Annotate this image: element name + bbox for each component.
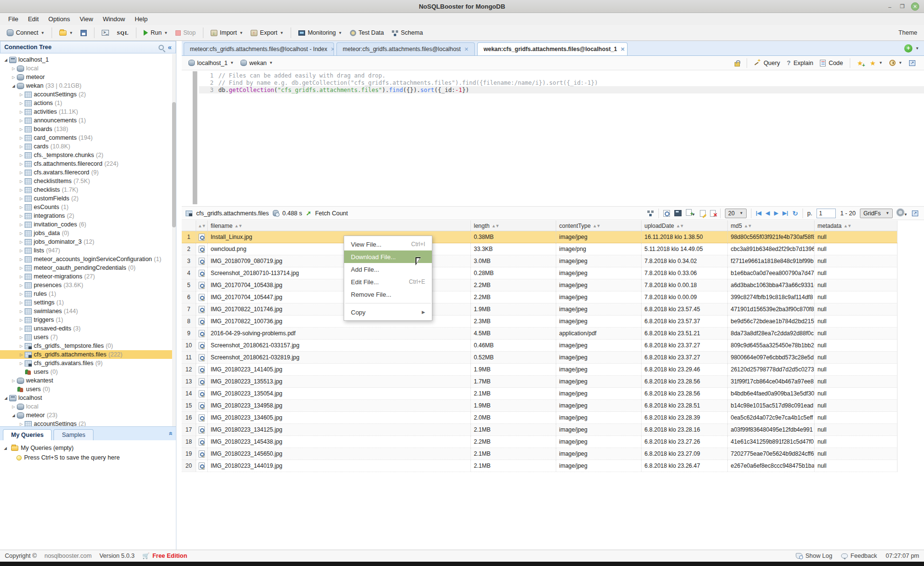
row-preview-cell[interactable] bbox=[196, 243, 208, 255]
tree-item-meteor-migrations[interactable]: ▷meteor-migrations(27) bbox=[0, 272, 172, 281]
close-tab-icon[interactable]: ✕ bbox=[464, 46, 469, 53]
expand-icon[interactable]: ▷ bbox=[18, 344, 24, 348]
expander-icon[interactable]: ◢ bbox=[4, 446, 9, 450]
expand-icon[interactable]: ▷ bbox=[18, 301, 24, 305]
collapse-icon[interactable]: ◢ bbox=[11, 84, 16, 88]
expand-icon[interactable]: ▷ bbox=[18, 422, 24, 426]
collapse-icon[interactable]: ◢ bbox=[3, 58, 9, 62]
tab-3[interactable]: wekan:cfs_gridfs.attachments.files@local… bbox=[477, 42, 628, 55]
menu-item-copy[interactable]: Copy▶ bbox=[344, 306, 432, 318]
query-builder-button[interactable]: Query bbox=[754, 60, 780, 66]
expand-icon[interactable]: ▷ bbox=[18, 205, 24, 210]
breadcrumb-connection[interactable]: localhost_1▼ bbox=[187, 59, 236, 67]
expand-icon[interactable]: ▷ bbox=[18, 153, 24, 158]
table-row[interactable]: 12IMG_20180223_141405.jpg1.9MBimage/jpeg… bbox=[182, 364, 897, 376]
editor-scrollbar[interactable] bbox=[192, 71, 198, 204]
free-edition-badge[interactable]: 🛒 Free Edition bbox=[142, 553, 187, 559]
schema-view-icon[interactable] bbox=[647, 210, 654, 216]
tree-item-cfs_gridfs.attachments.files[interactable]: ▷cfs_gridfs.attachments.files(222) bbox=[0, 350, 172, 359]
expand-icon[interactable]: ▷ bbox=[11, 75, 16, 79]
menu-edit[interactable]: Edit bbox=[24, 14, 43, 24]
table-row[interactable]: 6IMG_20170704_105447.jpg2.2MBimage/jpeg7… bbox=[182, 291, 897, 303]
menu-view[interactable]: View bbox=[75, 14, 97, 24]
header-contentType[interactable]: contentType▲▼ bbox=[556, 221, 642, 231]
row-preview-cell[interactable] bbox=[196, 291, 208, 303]
tree-item-meteor[interactable]: ▷meteor bbox=[0, 73, 172, 81]
tree-item-cards[interactable]: ▷cards(10.8K) bbox=[0, 142, 172, 151]
query-editor[interactable]: 1// Files can be added easily with drag … bbox=[182, 70, 924, 206]
table-row[interactable]: 15IMG_20180223_134958.jpg1.9MBimage/jpeg… bbox=[182, 400, 897, 412]
code-button[interactable]: Code bbox=[820, 60, 843, 66]
tree-item-card_comments[interactable]: ▷card_comments(194) bbox=[0, 133, 172, 142]
expand-icon[interactable]: ▷ bbox=[18, 92, 24, 97]
expand-icon[interactable]: ▷ bbox=[18, 214, 24, 218]
menu-help[interactable]: Help bbox=[130, 14, 152, 24]
expand-icon[interactable]: ▷ bbox=[18, 145, 24, 149]
first-page-button[interactable]: |◀ bbox=[756, 210, 762, 216]
chevron-down-icon[interactable]: ▼ bbox=[915, 46, 919, 51]
row-preview-cell[interactable] bbox=[196, 388, 208, 399]
expand-icon[interactable]: ▷ bbox=[18, 361, 24, 366]
close-tab-icon[interactable]: ✕ bbox=[620, 46, 625, 53]
tree-item-jobs_data[interactable]: ▷jobs_data(0) bbox=[0, 229, 172, 237]
tree-item-swimlanes[interactable]: ▷swimlanes(144) bbox=[0, 307, 172, 316]
menu-item-edit-file---[interactable]: Edit File...Ctrl+E bbox=[344, 276, 432, 288]
tree-item-wekan[interactable]: ◢wekan(33 | 0.21GB) bbox=[0, 81, 172, 90]
table-row[interactable]: 13IMG_20180223_135513.jpg1.7MBimage/jpeg… bbox=[182, 376, 897, 388]
delete-document-icon[interactable] bbox=[710, 210, 716, 217]
collapse-panel-icon[interactable]: « bbox=[168, 43, 172, 51]
page-input[interactable] bbox=[817, 209, 836, 218]
tree-item-accountSettings[interactable]: ▷accountSettings(2) bbox=[0, 90, 172, 99]
open-file-button[interactable]: ▼ bbox=[56, 28, 76, 38]
view-mode-select[interactable]: GridFs▼ bbox=[860, 209, 893, 218]
results-settings-button[interactable]: ▼ bbox=[897, 209, 908, 217]
table-row[interactable]: 19IMG_20180223_145650.jpg2.1MBimage/jpeg… bbox=[182, 448, 897, 460]
monitoring-button[interactable]: Monitoring▼ bbox=[295, 27, 345, 38]
tree-item-accountSettings[interactable]: ▷accountSettings(2) bbox=[0, 420, 172, 426]
tree-item-users[interactable]: ▷users(7) bbox=[0, 333, 172, 342]
explain-button[interactable]: ?Explain bbox=[787, 59, 813, 66]
test-data-button[interactable]: Test Data bbox=[347, 27, 387, 38]
connect-button[interactable]: Connect▼ bbox=[4, 27, 47, 38]
table-row[interactable]: 5IMG_20170704_105438.jpg2.2MBimage/jpeg7… bbox=[182, 279, 897, 291]
tree-item-users[interactable]: users(0) bbox=[0, 385, 172, 394]
sql-button[interactable]: SQL bbox=[114, 28, 132, 38]
tree-scrollbar[interactable] bbox=[172, 54, 176, 426]
edit-document-icon[interactable] bbox=[700, 210, 706, 217]
tree-item-unsaved-edits[interactable]: ▷unsaved-edits(3) bbox=[0, 324, 172, 333]
tab-2[interactable]: meteor:cfs_gridfs.attachments.files@loca… bbox=[336, 42, 475, 55]
row-preview-cell[interactable] bbox=[196, 400, 208, 411]
tree-item-invitation_codes[interactable]: ▷invitation_codes(6) bbox=[0, 220, 172, 229]
table-row[interactable]: 14IMG_20180223_135054.jpg2.1MBimage/jpeg… bbox=[182, 388, 897, 400]
row-preview-cell[interactable] bbox=[196, 364, 208, 375]
table-row[interactable]: 16IMG_20180223_134605.jpg2.0MBimage/jpeg… bbox=[182, 412, 897, 424]
my-queries-root[interactable]: ◢ My Queries (empty) bbox=[4, 443, 172, 453]
tree-item-lists[interactable]: ▷lists(947) bbox=[0, 246, 172, 255]
tree-item-wekantest[interactable]: ▷wekantest bbox=[0, 376, 172, 385]
favorites-button[interactable]: ★▼ bbox=[870, 59, 883, 67]
collapse-queries-icon[interactable]: « bbox=[167, 432, 175, 435]
tree-item-actions[interactable]: ▷actions(1) bbox=[0, 99, 172, 107]
row-preview-cell[interactable] bbox=[196, 255, 208, 267]
add-document-button[interactable]: ▼ bbox=[686, 209, 696, 217]
expand-icon[interactable]: ▷ bbox=[18, 275, 24, 279]
menu-window[interactable]: Window bbox=[98, 14, 129, 24]
table-row[interactable]: 4Screenshot_20180710-113714.jpg0.28MBima… bbox=[182, 267, 897, 279]
table-row[interactable]: 11Screenshot_20180621-032819.jpg0.52MBim… bbox=[182, 352, 897, 364]
expand-icon[interactable]: ▷ bbox=[18, 162, 24, 166]
refresh-icon[interactable]: ↻ bbox=[792, 210, 798, 217]
close-tab-icon[interactable]: ✕ bbox=[331, 46, 334, 53]
table-row[interactable]: 8IMG_20170822_100736.jpg2.3MBimage/jpeg6… bbox=[182, 316, 897, 328]
expand-icon[interactable]: ▷ bbox=[18, 249, 24, 253]
table-row[interactable]: 17IMG_20180223_134125.jpg2.1MBimage/jpeg… bbox=[182, 424, 897, 436]
expand-icon[interactable]: ▷ bbox=[18, 197, 24, 201]
tree-item-cfs_gridfs._tempstore.files[interactable]: ▷cfs_gridfs._tempstore.files(0) bbox=[0, 342, 172, 350]
tree-item-users[interactable]: users(0) bbox=[0, 368, 172, 376]
expand-icon[interactable]: ▷ bbox=[18, 309, 24, 314]
tree-item-local[interactable]: ▷local bbox=[0, 64, 172, 73]
header-icon-col[interactable]: ▲▼ bbox=[196, 221, 208, 231]
expand-icon[interactable]: ▷ bbox=[18, 353, 24, 357]
tree-item-checklistItems[interactable]: ▷checklistItems(7.5K) bbox=[0, 177, 172, 185]
prev-page-button[interactable]: ◀ bbox=[766, 210, 770, 216]
tree-scrollbar-thumb[interactable] bbox=[172, 102, 176, 227]
